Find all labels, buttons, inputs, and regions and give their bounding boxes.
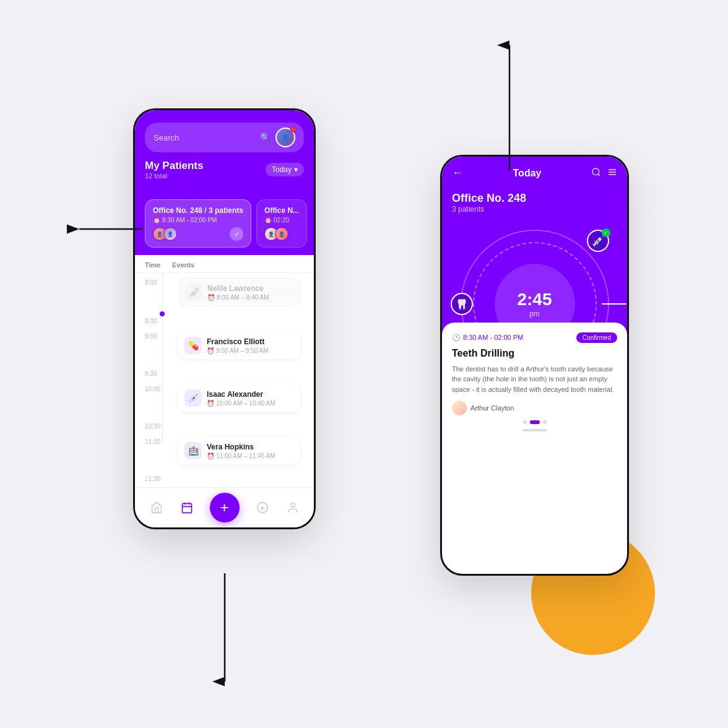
search-icons-row: 🔍 👤 (260, 128, 295, 147)
detail-patient-avatar (452, 401, 467, 415)
header-search-icon[interactable] (591, 167, 601, 180)
time-label-930: 9:30 (135, 366, 162, 377)
clock-icon-nellie: ⏰ (207, 294, 215, 301)
schedule-row-900: 9:00 💊 Francisco Elliott ⏰ 9:00 AM – 9:5… (135, 327, 314, 364)
event-container-800[interactable]: 🩹 Nellie Lawrence ⏰ 8:00 AM – 8:40 AM (171, 278, 308, 306)
svg-point-9 (592, 168, 599, 175)
detail-time-text: 8:30 AM - 02:00 PM (463, 334, 523, 341)
mini-avatars: 👤 👤 (153, 227, 177, 241)
time-label-1130: 11:30 (135, 472, 162, 482)
schedule-header: Time Events (135, 255, 314, 273)
total-count: 12 total (145, 172, 203, 180)
clock-icon: ⏰ (153, 217, 160, 223)
today-button[interactable]: Today ▾ (266, 163, 304, 176)
dot-2-active (530, 420, 540, 424)
clock-icon-2: ⏰ (264, 217, 272, 223)
pagination-dots (452, 415, 617, 427)
schedule-row-1030: 10:30 (135, 417, 314, 432)
dot-1 (523, 420, 527, 424)
event-card-isaac[interactable]: 💉 Isaac Alexander ⏰ 10:00 AM – 10:40 AM (178, 384, 300, 412)
clock-badge-injection[interactable]: 💉 ✓ (587, 230, 609, 252)
timeline-dot (160, 311, 165, 316)
nav-calendar-icon[interactable] (180, 500, 194, 515)
mini-avatars-2: 👤 👤 (264, 227, 299, 241)
schedule-row-930: 9:30 (135, 364, 314, 379)
clock-badge-tooth[interactable]: 🦷 (451, 293, 473, 315)
office-card-title-1: Office No. 248 / 3 patients (153, 206, 243, 215)
header-menu-icon[interactable] (607, 167, 617, 180)
francisco-icon: 💊 (184, 337, 202, 354)
event-container-1100[interactable]: 🏥 Vera Hopkins ⏰ 11:00 AM – 11:45 AM (171, 437, 308, 464)
svg-rect-3 (182, 503, 191, 513)
time-label-1000: 10:00 (135, 382, 162, 392)
isaac-inner: 💉 Isaac Alexander ⏰ 10:00 AM – 10:40 AM (184, 389, 294, 407)
isaac-icon: 💉 (184, 389, 202, 407)
office-number: Office No. 248 (452, 192, 617, 205)
nav-profile-icon[interactable] (285, 500, 300, 515)
back-button[interactable]: ← (452, 167, 463, 180)
header-today-title: Today (463, 168, 591, 179)
my-patients-heading: My Patients (145, 160, 203, 172)
fab-add-button[interactable]: + (210, 493, 240, 522)
office-cards-row: Office No. 248 / 3 patients ⏰ 8:30 AM - … (135, 192, 314, 255)
nav-home-icon[interactable] (149, 500, 164, 515)
event-container-900[interactable]: 💊 Francisco Elliott ⏰ 9:00 AM – 9:50 AM (171, 332, 308, 359)
clock-icon-vera: ⏰ (207, 453, 214, 459)
francisco-time: ⏰ 9:00 AM – 9:50 AM (207, 347, 269, 354)
my-patients-row: My Patients 12 total Today ▾ (145, 160, 304, 180)
schedule-section: Time Events 8:00 🩹 Nellie Lawrence (135, 255, 314, 485)
office-card-title-2: Office N... (264, 206, 299, 215)
svg-point-8 (290, 503, 295, 508)
schedule-row-1100: 11:00 🏥 Vera Hopkins ⏰ 11:00 AM – 11:45 … (135, 432, 314, 469)
detail-card: 🕐 8:30 AM - 02:00 PM Confirmed Teeth Dri… (442, 323, 627, 442)
event-card-vera[interactable]: 🏥 Vera Hopkins ⏰ 11:00 AM – 11:45 AM (178, 437, 300, 464)
left-phone: Search 🔍 👤 My Patients 12 total Today ▾ (133, 108, 316, 529)
clock-line-right (602, 303, 626, 305)
clock-icon-francisco: ⏰ (207, 347, 214, 354)
clock-ampm-display: pm (529, 310, 540, 318)
avatar-wrapper: 👤 (275, 128, 295, 147)
nav-download-icon[interactable] (255, 500, 270, 515)
nellie-inner: 🩹 Nellie Lawrence ⏰ 8:00 AM – 8:40 AM (185, 284, 293, 301)
time-label-800: 8:00 (135, 275, 162, 286)
francisco-inner: 💊 Francisco Elliott ⏰ 9:00 AM – 9:50 AM (184, 337, 294, 354)
vera-icon: 🏥 (184, 442, 202, 459)
nellie-name: Nellie Lawrence (207, 284, 269, 293)
bottom-nav: + (135, 487, 314, 527)
header-icons (591, 167, 617, 180)
nellie-icon: 🩹 (185, 284, 202, 301)
badge-check-mark: ✓ (602, 228, 610, 237)
scroll-indicator (522, 429, 547, 431)
isaac-time: ⏰ 10:00 AM – 10:40 AM (207, 400, 275, 407)
search-text: Search (154, 133, 179, 142)
clock-time-display: 2:45 (517, 290, 552, 310)
mini-avatar-2: 👤 (163, 227, 177, 241)
left-phone-header: Search 🔍 👤 My Patients 12 total Today ▾ (135, 110, 314, 192)
svg-line-10 (598, 174, 600, 176)
nellie-time: ⏰ 8:00 AM – 8:40 AM (207, 294, 269, 301)
office-card-time-1: ⏰ 8:30 AM - 02:00 PM (153, 217, 243, 223)
detail-time: 🕐 8:30 AM - 02:00 PM (452, 334, 523, 342)
right-header-bar: ← Today (452, 167, 617, 180)
down-arrow (215, 567, 234, 691)
event-container-1000[interactable]: 💉 Isaac Alexander ⏰ 10:00 AM – 10:40 AM (171, 384, 308, 412)
francisco-name: Francisco Elliott (207, 337, 269, 346)
today-label: Today (272, 165, 292, 174)
detail-patient-name: Arthur Clayton (470, 404, 514, 412)
clock-icon-isaac: ⏰ (207, 400, 214, 407)
event-card-nellie[interactable]: 🩹 Nellie Lawrence ⏰ 8:00 AM – 8:40 AM (178, 278, 300, 306)
isaac-name: Isaac Alexander (207, 390, 275, 399)
nellie-info: Nellie Lawrence ⏰ 8:00 AM – 8:40 AM (207, 284, 269, 301)
time-header: Time (145, 261, 172, 269)
vera-info: Vera Hopkins ⏰ 11:00 AM – 11:45 AM (207, 443, 275, 459)
detail-clock-icon: 🕐 (452, 334, 461, 342)
event-card-francisco[interactable]: 💊 Francisco Elliott ⏰ 9:00 AM – 9:50 AM (178, 332, 300, 359)
confirmed-badge: Confirmed (576, 332, 617, 343)
chevron-down-icon: ▾ (294, 165, 298, 174)
search-icon: 🔍 (260, 132, 271, 142)
office-card-active[interactable]: Office No. 248 / 3 patients ⏰ 8:30 AM - … (145, 199, 251, 248)
time-label-1100: 11:00 (135, 435, 162, 445)
office-card-next[interactable]: Office N... ⏰ 02:20 👤 👤 (256, 199, 307, 248)
search-bar[interactable]: Search 🔍 👤 (145, 123, 304, 152)
office-card-avatars-1: 👤 👤 ✓ (153, 227, 243, 241)
